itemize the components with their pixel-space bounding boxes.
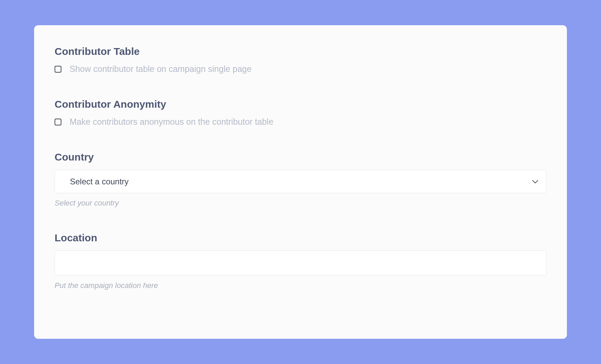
contributor-table-section: Contributor Table Show contributor table… bbox=[55, 46, 546, 74]
location-title: Location bbox=[55, 232, 546, 244]
contributor-anonymity-checkbox-row: Make contributors anonymous on the contr… bbox=[55, 117, 546, 127]
country-section: Country Select a country Select your cou… bbox=[55, 151, 546, 208]
contributor-table-title: Contributor Table bbox=[55, 46, 546, 57]
country-title: Country bbox=[55, 151, 546, 163]
country-helper-text: Select your country bbox=[55, 199, 546, 208]
location-section: Location Put the campaign location here bbox=[55, 232, 546, 290]
contributor-anonymity-checkbox-label: Make contributors anonymous on the contr… bbox=[70, 117, 274, 127]
contributor-anonymity-section: Contributor Anonymity Make contributors … bbox=[55, 98, 546, 127]
country-select[interactable]: Select a country bbox=[55, 170, 546, 193]
contributor-anonymity-title: Contributor Anonymity bbox=[55, 98, 546, 110]
location-helper-text: Put the campaign location here bbox=[55, 281, 546, 290]
location-input[interactable] bbox=[55, 251, 546, 276]
contributor-table-checkbox[interactable] bbox=[55, 66, 61, 73]
settings-card: Contributor Table Show contributor table… bbox=[34, 25, 567, 339]
contributor-table-checkbox-label: Show contributor table on campaign singl… bbox=[70, 64, 252, 74]
country-select-wrapper: Select a country bbox=[55, 170, 546, 193]
contributor-anonymity-checkbox[interactable] bbox=[55, 119, 61, 125]
contributor-table-checkbox-row: Show contributor table on campaign singl… bbox=[55, 64, 546, 74]
